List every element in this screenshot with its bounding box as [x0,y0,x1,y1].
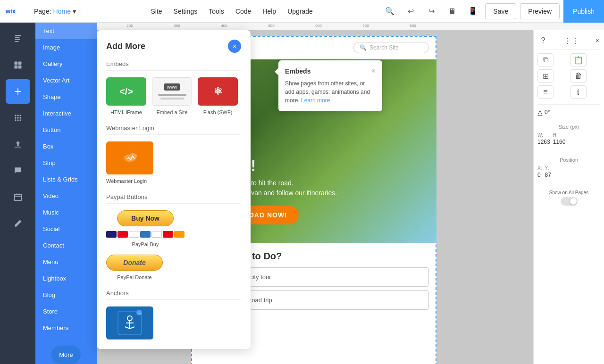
add-more-panel: Add More × Embeds </> HTML iFrame www Em… [97,30,251,349]
svg-text:⚛: ⚛ [213,85,223,97]
height-field: H: 1160 [553,132,566,145]
copy-action[interactable]: ⧉ [537,53,554,66]
search-icon: 🔍 [360,44,367,51]
rp-actions: ⧉ 📋 ⊞ 🗑 ≡ ⫿ [537,53,600,99]
embeds-section-title: Embeds [106,60,241,71]
x-label: X: [537,165,542,171]
delete-action[interactable]: 🗑 [570,69,587,83]
nav-items: Site Settings Tools Code Help Upgrade [82,8,381,15]
menu-item-lists-grids[interactable]: Lists & Grids [35,171,97,188]
anchor-item[interactable]: ··· [106,306,153,339]
anchors-section-title: Anchors [106,290,241,300]
x-field: X: 0 [537,165,542,178]
nav-code[interactable]: Code [235,8,251,15]
show-all-pages-toggle[interactable] [561,197,578,206]
x-value[interactable]: 0 [537,172,542,178]
menu-item-text[interactable]: Text [35,23,97,39]
distribute-action[interactable]: ⫿ [570,85,587,99]
nav-help[interactable]: Help [262,8,276,15]
menu-item-image[interactable]: Image [35,39,97,56]
paste-action[interactable]: 📋 [570,53,587,66]
events-tool[interactable] [6,185,30,209]
size-label: Size (px) [537,124,600,130]
pages-tool[interactable] [6,26,30,51]
undo-icon[interactable]: ↩ [402,3,419,20]
angle-icon: △ [537,108,543,116]
nav-settings[interactable]: Settings [174,8,198,15]
menu-item-strip[interactable]: Strip [35,155,97,171]
redo-icon[interactable]: ↪ [423,3,440,20]
menu-item-members[interactable]: Members [35,320,97,336]
menu-item-shape[interactable]: Shape [35,89,97,105]
search-icon[interactable]: 🔍 [381,3,398,20]
size-fields: W: 1263 H: 1160 [537,132,600,149]
webmaster-section: Webmaster Login [106,141,241,184]
tooltip-close-button[interactable]: × [371,67,376,75]
menu-item-video[interactable]: Video [35,188,97,204]
more-label: More [59,351,73,358]
html-iframe-label: HTML iFrame [110,109,142,115]
y-label: Y: [545,165,551,171]
menu-item-social[interactable]: Social [35,221,97,237]
apps-tool[interactable] [6,106,30,130]
top-navigation: wix Page: Home ▾ Site Settings Tools Cod… [0,0,604,23]
menu-item-contact[interactable]: Contact [35,237,97,254]
preview-button[interactable]: Preview [520,3,560,19]
y-value[interactable]: 87 [545,172,551,178]
menu-item-button[interactable]: Button [35,122,97,138]
learn-more-link[interactable]: Learn more [301,97,330,104]
comments-tool[interactable] [6,158,30,183]
menu-item-lightbox[interactable]: Lightbox [35,270,97,287]
upload-tool[interactable] [6,132,30,157]
desktop-icon[interactable]: 🖥 [444,3,461,20]
nav-site[interactable]: Site [151,8,162,15]
height-label: H: [553,132,566,138]
svg-line-30 [125,327,130,329]
paypal-buy-item[interactable]: Buy Now PayPal Buy [106,210,185,247]
paypal-items: Buy Now PayPal Buy Donate PayPal Donate [106,210,241,280]
grid-icon[interactable]: ⋮⋮ [567,36,576,45]
right-panel-close[interactable]: × [596,37,599,44]
tooltip-arrow [275,68,278,75]
more-button[interactable]: More [51,346,81,364]
flash-item[interactable]: ⚛ Flash (SWF) [198,77,238,115]
menu-item-store[interactable]: Store [35,303,97,320]
svg-rect-5 [14,62,17,65]
page-name: Home [53,8,71,15]
width-value[interactable]: 1263 [537,139,550,145]
webmaster-item[interactable]: Webmaster Login [106,141,241,184]
paypal-donate-item[interactable]: Donate PayPal Donate [106,255,163,280]
embed-site-item[interactable]: www Embed a Site [152,77,192,115]
menu-item-blog[interactable]: Blog [35,287,97,303]
duplicate-action[interactable]: ⊞ [537,69,554,83]
align-action[interactable]: ≡ [537,85,554,99]
mastercard [117,231,128,238]
search-site-input[interactable]: 🔍 Search Site [353,42,429,53]
mobile-icon[interactable]: 📱 [464,3,481,20]
svg-point-17 [15,119,16,121]
save-button[interactable]: Save [485,3,516,19]
menu-item-menu[interactable]: Menu [35,254,97,270]
menu-item-box[interactable]: Box [35,138,97,155]
panel-close-button[interactable]: × [228,40,241,53]
pen-tool[interactable] [6,211,30,236]
question-icon[interactable]: ? [538,36,548,45]
embed-site-label: Embed a Site [156,109,187,115]
nav-upgrade[interactable]: Upgrade [287,8,313,15]
page-selector[interactable]: Page: Home ▾ [28,8,82,15]
publish-button[interactable]: Publish [563,0,604,23]
svg-line-31 [130,327,134,329]
nav-tools[interactable]: Tools [209,8,224,15]
svg-rect-1 [15,35,21,36]
anchors-section: ··· [106,306,241,339]
svg-rect-3 [15,39,20,40]
elements-tool[interactable] [6,53,30,77]
html-iframe-item[interactable]: </> HTML iFrame [106,77,146,115]
menu-item-interactive[interactable]: Interactive [35,105,97,122]
menu-item-gallery[interactable]: Gallery [35,56,97,72]
menu-item-vector-art[interactable]: Vector Art [35,72,97,89]
page-label: Page: [34,8,51,15]
add-tool[interactable] [6,79,30,104]
menu-item-music[interactable]: Music [35,204,97,221]
height-value[interactable]: 1160 [553,139,566,145]
